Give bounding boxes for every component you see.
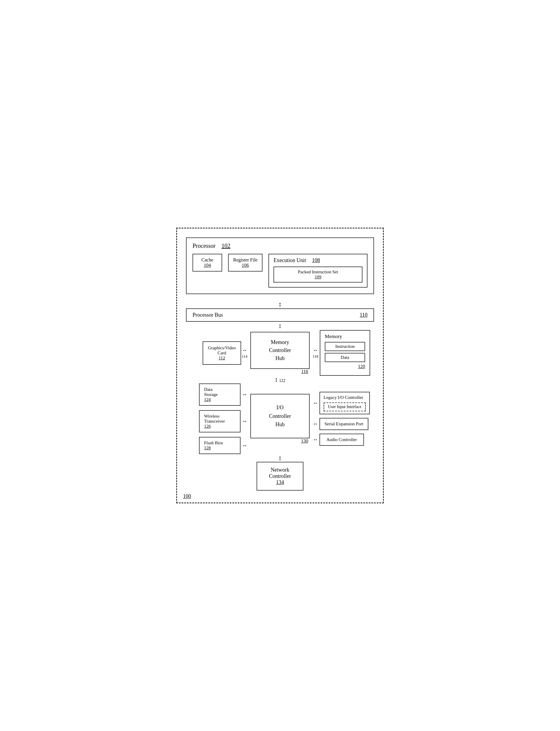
processor-bus-box: Processor Bus 110 bbox=[186, 308, 374, 322]
outer-boundary: Processor 102 Cache 104 Register File 10… bbox=[176, 228, 384, 503]
ioh-right: ↔ Legacy I/O Controller User Input Inter… bbox=[313, 392, 374, 446]
data-box: Data bbox=[325, 353, 365, 362]
connector-122-label: 122 bbox=[279, 379, 285, 383]
audio-controller-arrow: ↔ bbox=[313, 437, 318, 443]
processor-ref: 102 bbox=[222, 242, 230, 249]
data-label: Data bbox=[341, 355, 349, 360]
ioh-row: DataStorage 124 ↔ WirelessTransceiver 12… bbox=[186, 384, 374, 454]
cache-box: Cache 104 bbox=[193, 254, 222, 271]
gfx-mch-arrow: ↔ bbox=[242, 347, 247, 353]
memory-ref-wrapper: 120 bbox=[325, 364, 365, 369]
processor-bus-row: Processor Bus 110 bbox=[186, 308, 374, 322]
memory-ref: 120 bbox=[358, 364, 365, 369]
register-file-label: Register File bbox=[233, 257, 257, 263]
network-controller-ref: 134 bbox=[269, 479, 291, 486]
ioh-label: I/OControllerHub bbox=[257, 403, 303, 429]
mch-ioh-connector: ↕ 122 bbox=[186, 376, 374, 384]
processor-bus-ref: 110 bbox=[360, 312, 367, 318]
flash-bios-arrow: ↔ bbox=[242, 443, 247, 449]
mch-row: Graphics/VideoCard 112 ↔ 114 MemoryContr… bbox=[186, 330, 374, 376]
wireless-row: WirelessTransceiver 126 ↔ bbox=[199, 410, 247, 433]
legacy-io-title: Legacy I/O Controller bbox=[324, 395, 366, 401]
processor-section: Processor 102 Cache 104 Register File 10… bbox=[186, 237, 374, 294]
packed-instruction-label: Packed Instruction Set bbox=[278, 269, 358, 274]
memory-title: Memory bbox=[325, 333, 365, 339]
wireless-label: WirelessTransceiver bbox=[204, 414, 236, 424]
serial-expansion-row: ↔ Serial Expansion Port bbox=[313, 418, 368, 430]
processor-to-bus-arrow: ↕ bbox=[186, 300, 374, 308]
user-input-label: User Input Interface bbox=[328, 405, 362, 409]
mch-right: ↔ 118 Memory Instruction Data 120 bbox=[313, 330, 374, 376]
diagram-layout: Processor 102 Cache 104 Register File 10… bbox=[186, 237, 374, 491]
ioh-box: I/OControllerHub bbox=[250, 394, 310, 438]
ioh-left: DataStorage 124 ↔ WirelessTransceiver 12… bbox=[186, 384, 247, 454]
bus-to-mch-arrow: ↕ bbox=[186, 322, 374, 330]
network-controller-box: NetworkController 134 bbox=[257, 462, 303, 491]
mch-ref: 116 bbox=[301, 369, 308, 374]
processor-title: Processor bbox=[193, 242, 216, 249]
ioh-center: I/OControllerHub 130 bbox=[250, 394, 310, 444]
audio-controller-box: Audio Controller bbox=[319, 434, 364, 446]
mch-center: MemoryControllerHub 116 bbox=[250, 332, 310, 374]
ioh-ref: 130 bbox=[301, 438, 308, 444]
audio-controller-label: Audio Controller bbox=[324, 437, 359, 442]
execution-unit-box: Execution Unit 108 Packed Instruction Se… bbox=[268, 254, 367, 287]
flash-bios-row: Flash Bios 128 ↔ bbox=[199, 437, 247, 454]
outer-ref: 100 bbox=[183, 493, 191, 499]
serial-expansion-label: Serial Expansion Port bbox=[324, 422, 363, 427]
legacy-io-group: Legacy I/O Controller User Input Interfa… bbox=[319, 392, 370, 414]
mch-label: MemoryControllerHub bbox=[260, 338, 300, 362]
packed-instruction-ref: 109 bbox=[278, 274, 358, 279]
graphics-video-label: Graphics/VideoCard bbox=[208, 345, 236, 355]
instruction-label: Instruction bbox=[335, 344, 355, 349]
data-storage-row: DataStorage 124 ↔ bbox=[199, 384, 247, 406]
wireless-ref: 126 bbox=[204, 424, 236, 429]
data-storage-ref: 124 bbox=[204, 397, 236, 402]
outer-label: 100 bbox=[183, 493, 191, 500]
audio-controller-row: ↔ Audio Controller bbox=[313, 434, 364, 446]
connector-118-label: 118 bbox=[313, 354, 318, 359]
serial-expansion-box: Serial Expansion Port bbox=[319, 418, 368, 430]
flash-bios-ref: 128 bbox=[204, 446, 236, 451]
legacy-io-row: ↔ Legacy I/O Controller User Input Inter… bbox=[313, 392, 370, 414]
processor-bus-label: Processor Bus bbox=[193, 312, 223, 318]
register-file-box: Register File 106 bbox=[228, 254, 263, 271]
instruction-box: Instruction bbox=[325, 342, 365, 351]
network-row: NetworkController 134 bbox=[186, 462, 374, 491]
mch-left: Graphics/VideoCard 112 ↔ 114 bbox=[186, 341, 247, 365]
mch-ioh-arrow: ↕ bbox=[275, 376, 278, 384]
graphics-video-ref: 112 bbox=[208, 355, 236, 360]
wireless-box: WirelessTransceiver 126 bbox=[199, 410, 241, 433]
connector-114-label: 114 bbox=[242, 354, 247, 359]
execution-unit-title: Execution Unit bbox=[273, 257, 306, 263]
user-input-box: User Input Interface bbox=[324, 403, 366, 412]
network-controller-label: NetworkController bbox=[269, 467, 291, 479]
cache-label: Cache bbox=[199, 257, 216, 263]
execution-unit-ref: 108 bbox=[312, 257, 320, 263]
mch-memory-arrow: ↔ bbox=[313, 347, 318, 353]
page: Processor 102 Cache 104 Register File 10… bbox=[167, 219, 393, 512]
flash-bios-box: Flash Bios 128 bbox=[199, 437, 241, 454]
data-storage-arrow: ↔ bbox=[242, 392, 247, 398]
legacy-io-arrow: ↔ bbox=[313, 400, 318, 406]
packed-instruction-box: Packed Instruction Set 109 bbox=[273, 266, 362, 282]
register-file-ref: 106 bbox=[233, 263, 257, 268]
graphics-video-box: Graphics/VideoCard 112 bbox=[203, 341, 241, 365]
ioh-network-connector: ↕ bbox=[186, 454, 374, 462]
ioh-network-arrow: ↕ bbox=[279, 454, 282, 462]
data-storage-box: DataStorage 124 bbox=[199, 384, 241, 406]
mch-box: MemoryControllerHub bbox=[250, 332, 310, 369]
serial-expansion-arrow: ↔ bbox=[313, 421, 318, 427]
flash-bios-label: Flash Bios bbox=[204, 441, 236, 446]
data-storage-label: DataStorage bbox=[204, 387, 236, 397]
cache-ref: 104 bbox=[199, 263, 216, 268]
wireless-arrow: ↔ bbox=[242, 418, 247, 425]
memory-box: Memory Instruction Data 120 bbox=[320, 330, 370, 376]
